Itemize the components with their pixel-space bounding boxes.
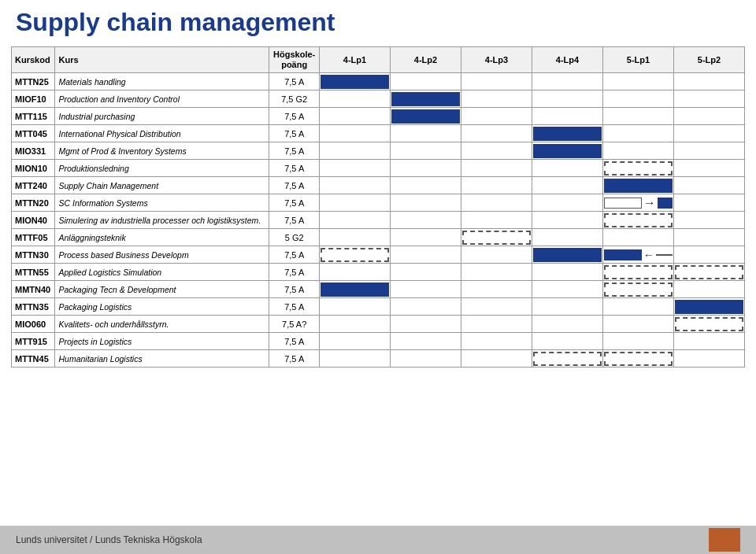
footer-text: Lunds universitet / Lunds Tekniska Högsk… <box>16 534 202 545</box>
period-cell <box>461 333 532 350</box>
period-cell <box>532 90 603 108</box>
period-cell <box>391 298 461 316</box>
table-row: MTTN45Humanitarian Logistics7,5 A <box>12 350 745 367</box>
period-cell <box>320 194 391 212</box>
course-code: MTTN35 <box>12 298 55 316</box>
col-header-5lp2: 5-Lp2 <box>674 47 745 73</box>
table-row: MTT915Projects in Logistics7,5 A <box>12 333 745 350</box>
course-points: 7,5 A <box>269 194 320 212</box>
course-name: International Physical Distribution <box>55 125 269 142</box>
period-cell <box>391 316 461 333</box>
table-row: MTT240Supply Chain Management7,5 A <box>12 177 745 194</box>
col-header-hogskole: Högskole-poäng <box>269 47 320 73</box>
period-cell <box>391 73 461 90</box>
period-cell <box>603 160 674 177</box>
course-code: MTTN30 <box>12 246 55 264</box>
course-points: 7,5 A <box>269 108 320 125</box>
course-name: Materials handling <box>55 73 269 90</box>
period-cell <box>674 142 745 160</box>
col-header-4lp2: 4-Lp2 <box>391 47 461 73</box>
period-cell <box>461 316 532 333</box>
course-points: 7,5 A? <box>269 316 320 333</box>
page-footer: Lunds universitet / Lunds Tekniska Högsk… <box>0 526 756 554</box>
period-cell <box>532 73 603 90</box>
table-row: MMTN40Packaging Tecn & Development7,5 A <box>12 281 745 298</box>
course-name: Packaging Tecn & Development <box>55 281 269 298</box>
period-cell <box>320 316 391 333</box>
period-cell <box>603 177 674 194</box>
page-title: Supply chain management <box>16 8 740 37</box>
course-code: MTT240 <box>12 177 55 194</box>
course-code: MIO331 <box>12 142 55 160</box>
period-cell <box>391 90 461 108</box>
period-cell <box>461 142 532 160</box>
period-cell <box>603 229 674 246</box>
period-cell <box>461 108 532 125</box>
course-points: 7,5 A <box>269 298 320 316</box>
period-cell <box>674 281 745 298</box>
col-header-4lp1: 4-Lp1 <box>320 47 391 73</box>
lund-logo <box>709 528 740 552</box>
period-cell <box>603 264 674 281</box>
period-cell <box>461 125 532 142</box>
period-cell <box>674 160 745 177</box>
course-code: MTTN55 <box>12 264 55 281</box>
period-cell <box>391 281 461 298</box>
course-code: MTTN45 <box>12 350 55 367</box>
course-code: MTTF05 <box>12 229 55 246</box>
period-cell <box>532 298 603 316</box>
page-header: Supply chain management <box>0 0 756 43</box>
period-cell <box>674 108 745 125</box>
period-cell <box>532 177 603 194</box>
period-cell <box>674 316 745 333</box>
period-cell <box>391 229 461 246</box>
period-cell <box>532 142 603 160</box>
col-header-kurs: Kurs <box>55 47 269 73</box>
period-cell <box>461 177 532 194</box>
course-code: MTTN20 <box>12 194 55 212</box>
period-cell <box>391 177 461 194</box>
period-cell <box>320 108 391 125</box>
period-cell <box>320 281 391 298</box>
period-cell <box>320 212 391 229</box>
period-cell <box>674 194 745 212</box>
period-cell <box>461 298 532 316</box>
course-code: MTT115 <box>12 108 55 125</box>
period-cell <box>320 333 391 350</box>
course-name: Process based Business Developm <box>55 246 269 264</box>
period-cell <box>532 212 603 229</box>
table-row: MTTN35Packaging Logistics7,5 A <box>12 298 745 316</box>
period-cell <box>391 142 461 160</box>
col-header-4lp4: 4-Lp4 <box>532 47 603 73</box>
period-cell <box>603 125 674 142</box>
period-cell <box>674 350 745 367</box>
course-name: Applied Logistics Simulation <box>55 264 269 281</box>
period-cell <box>532 229 603 246</box>
period-cell <box>674 90 745 108</box>
col-header-5lp1: 5-Lp1 <box>603 47 674 73</box>
course-name: Packaging Logistics <box>55 298 269 316</box>
course-points: 5 G2 <box>269 229 320 246</box>
period-cell <box>391 108 461 125</box>
period-cell <box>603 333 674 350</box>
course-points: 7,5 A <box>269 264 320 281</box>
period-cell <box>461 90 532 108</box>
period-cell <box>320 160 391 177</box>
course-name: Supply Chain Management <box>55 177 269 194</box>
period-cell <box>532 350 603 367</box>
period-cell <box>391 125 461 142</box>
course-points: 7,5 A <box>269 212 320 229</box>
period-cell <box>320 90 391 108</box>
course-points: 7,5 A <box>269 246 320 264</box>
period-cell <box>603 316 674 333</box>
period-cell: ← <box>603 246 674 264</box>
course-points: 7,5 A <box>269 177 320 194</box>
period-cell <box>532 333 603 350</box>
table-row: MTT115Industrial purchasing7,5 A <box>12 108 745 125</box>
course-points: 7,5 A <box>269 350 320 367</box>
period-cell <box>603 212 674 229</box>
course-code: MTT915 <box>12 333 55 350</box>
period-cell <box>320 142 391 160</box>
course-name: Humanitarian Logistics <box>55 350 269 367</box>
period-cell <box>461 246 532 264</box>
